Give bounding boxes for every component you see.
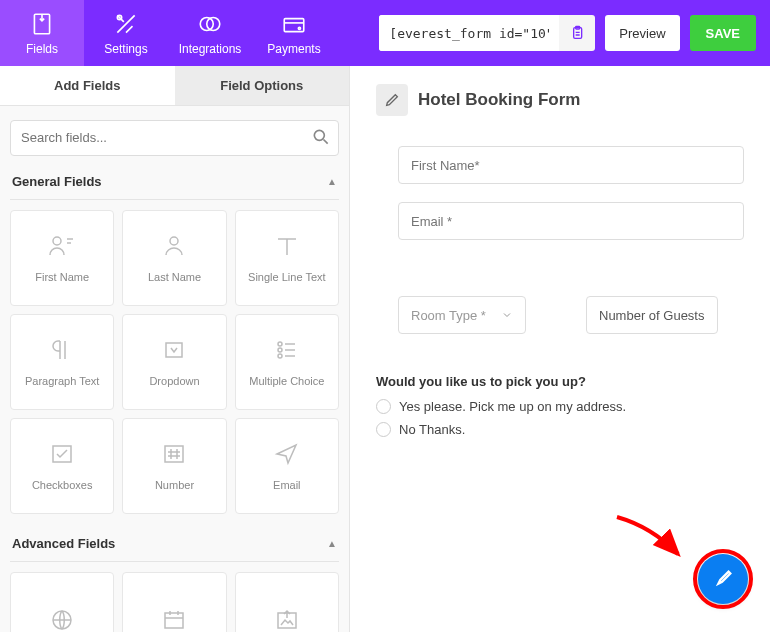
field-label: Paragraph Text <box>25 375 99 387</box>
field-label: Dropdown <box>149 375 199 387</box>
topbar: Fields Settings Integrations Payments Pr… <box>0 0 770 66</box>
tab-settings-label: Settings <box>104 42 147 56</box>
field-last-name[interactable]: Last Name <box>122 210 226 306</box>
svg-point-12 <box>278 342 282 346</box>
checkbox-icon <box>49 441 75 467</box>
tab-fields[interactable]: Fields <box>0 0 84 66</box>
text-icon <box>272 233 302 259</box>
copy-shortcode-button[interactable] <box>559 15 595 51</box>
dropdown-icon <box>161 337 187 363</box>
globe-icon <box>49 607 75 632</box>
section-advanced-header[interactable]: Advanced Fields ▲ <box>10 532 339 562</box>
tab-settings[interactable]: Settings <box>84 0 168 66</box>
tab-payments[interactable]: Payments <box>252 0 336 66</box>
tab-fields-label: Fields <box>26 42 58 56</box>
style-fab[interactable] <box>698 554 748 604</box>
pickup-option-label: Yes please. Pick me up on my address. <box>399 399 626 414</box>
field-date[interactable] <box>122 572 226 632</box>
room-type-label: Room Type * <box>411 308 486 323</box>
pencil-icon <box>384 92 400 108</box>
form-title-row: Hotel Booking Form <box>376 84 744 116</box>
hash-icon <box>161 441 187 467</box>
caret-up-icon: ▲ <box>327 538 337 549</box>
sidebar-body: General Fields ▲ First Name Last Name Si… <box>0 106 349 632</box>
svg-rect-4 <box>284 18 304 31</box>
pickup-question: Would you like us to pick you up? <box>376 374 744 389</box>
svg-point-8 <box>314 130 324 140</box>
clipboard-icon <box>569 25 585 41</box>
search-icon <box>311 127 331 147</box>
shortcode-box <box>379 15 595 51</box>
user-icon <box>47 233 77 259</box>
chevron-down-icon <box>501 309 513 321</box>
send-icon <box>274 441 300 467</box>
field-label: Number <box>155 479 194 491</box>
svg-rect-18 <box>165 613 183 628</box>
field-checkboxes[interactable]: Checkboxes <box>10 418 114 514</box>
field-website[interactable] <box>10 572 114 632</box>
shortcode-input[interactable] <box>379 15 559 51</box>
preview-button[interactable]: Preview <box>605 15 679 51</box>
list-radio-icon <box>274 337 300 363</box>
svg-point-14 <box>278 354 282 358</box>
field-paragraph-text[interactable]: Paragraph Text <box>10 314 114 410</box>
general-field-grid: First Name Last Name Single Line Text Pa… <box>10 210 339 514</box>
caret-up-icon: ▲ <box>327 176 337 187</box>
edit-title-button[interactable] <box>376 84 408 116</box>
field-label: First Name <box>35 271 89 283</box>
section-advanced-title: Advanced Fields <box>12 536 115 551</box>
form-preview: Hotel Booking Form Room Type * Number of… <box>350 66 770 632</box>
section-general-title: General Fields <box>12 174 102 189</box>
field-row-email[interactable] <box>398 202 744 240</box>
sidebar-tabs: Add Fields Field Options <box>0 66 349 106</box>
tab-integrations-label: Integrations <box>179 42 242 56</box>
field-number[interactable]: Number <box>122 418 226 514</box>
payments-icon <box>281 11 307 37</box>
save-button[interactable]: SAVE <box>690 15 756 51</box>
field-email[interactable]: Email <box>235 418 339 514</box>
field-label: Email <box>273 479 301 491</box>
first-name-input[interactable] <box>398 146 744 184</box>
fields-icon <box>29 11 55 37</box>
field-label: Multiple Choice <box>249 375 324 387</box>
field-label: Checkboxes <box>32 479 93 491</box>
field-single-line-text[interactable]: Single Line Text <box>235 210 339 306</box>
paragraph-icon <box>49 337 75 363</box>
svg-rect-11 <box>166 343 182 357</box>
brush-icon <box>712 568 734 590</box>
svg-point-10 <box>170 237 178 245</box>
svg-point-13 <box>278 348 282 352</box>
field-row-first-name[interactable] <box>398 146 744 184</box>
svg-point-9 <box>53 237 61 245</box>
advanced-field-grid <box>10 572 339 632</box>
field-image-upload[interactable] <box>235 572 339 632</box>
radio-icon <box>376 422 391 437</box>
search-wrap <box>10 120 339 156</box>
calendar-icon <box>161 607 187 632</box>
svg-point-5 <box>298 27 300 29</box>
tab-payments-label: Payments <box>267 42 320 56</box>
field-label: Last Name <box>148 271 201 283</box>
pickup-option-label: No Thanks. <box>399 422 465 437</box>
guests-field[interactable]: Number of Guests <box>586 296 718 334</box>
field-first-name[interactable]: First Name <box>10 210 114 306</box>
field-row-room-guests: Room Type * Number of Guests <box>398 296 744 334</box>
pickup-option-yes[interactable]: Yes please. Pick me up on my address. <box>376 399 744 414</box>
radio-icon <box>376 399 391 414</box>
settings-icon <box>113 11 139 37</box>
section-general-header[interactable]: General Fields ▲ <box>10 170 339 200</box>
guests-label: Number of Guests <box>599 308 705 323</box>
pickup-option-no[interactable]: No Thanks. <box>376 422 744 437</box>
field-dropdown[interactable]: Dropdown <box>122 314 226 410</box>
field-multiple-choice[interactable]: Multiple Choice <box>235 314 339 410</box>
room-type-select[interactable]: Room Type * <box>398 296 526 334</box>
sidebar-tab-field-options[interactable]: Field Options <box>175 66 350 106</box>
svg-rect-16 <box>165 446 183 462</box>
email-input[interactable] <box>398 202 744 240</box>
search-input[interactable] <box>10 120 339 156</box>
main: Add Fields Field Options General Fields … <box>0 66 770 632</box>
user-icon <box>161 233 187 259</box>
integrations-icon <box>197 11 223 37</box>
sidebar-tab-add-fields[interactable]: Add Fields <box>0 66 175 106</box>
tab-integrations[interactable]: Integrations <box>168 0 252 66</box>
